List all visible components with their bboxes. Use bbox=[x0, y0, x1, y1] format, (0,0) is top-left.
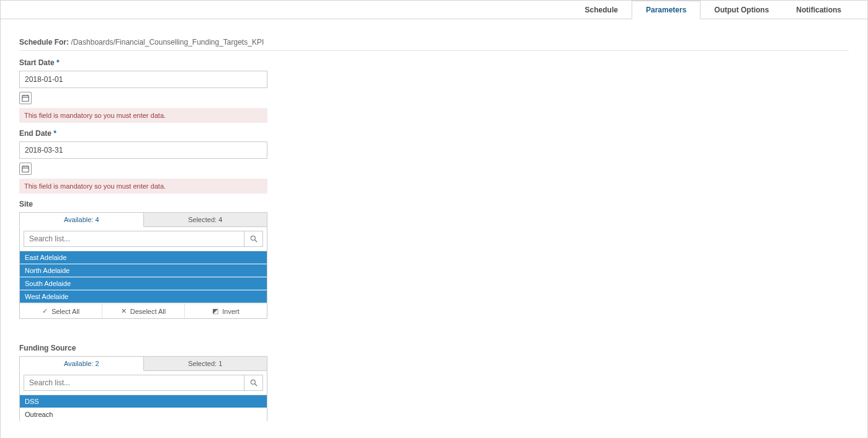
svg-point-10 bbox=[251, 380, 255, 384]
start-date-input[interactable] bbox=[19, 71, 267, 88]
required-mark: * bbox=[56, 58, 60, 67]
list-item[interactable]: East Adelaide bbox=[20, 251, 267, 264]
list-item[interactable]: DSS bbox=[20, 395, 267, 408]
calendar-icon[interactable] bbox=[19, 92, 32, 104]
required-mark: * bbox=[53, 129, 56, 138]
site-search-input[interactable] bbox=[24, 231, 244, 247]
list-item[interactable]: West Adelaide bbox=[20, 290, 267, 303]
list-item[interactable]: South Adelaide bbox=[20, 277, 267, 290]
tab-output-options[interactable]: Output Options bbox=[700, 1, 782, 19]
search-icon[interactable] bbox=[244, 231, 263, 247]
select-all-button[interactable]: ✓ Select All bbox=[20, 304, 102, 318]
site-label: Site bbox=[19, 200, 267, 208]
calendar-icon[interactable] bbox=[19, 163, 32, 175]
funding-source-label: Funding Source bbox=[19, 344, 267, 352]
check-icon: ✓ bbox=[42, 307, 48, 315]
site-list: East Adelaide North Adelaide South Adela… bbox=[20, 251, 267, 303]
top-tabs: Schedule Parameters Output Options Notif… bbox=[1, 1, 867, 19]
search-icon[interactable] bbox=[244, 375, 263, 391]
tab-notifications[interactable]: Notifications bbox=[782, 1, 855, 19]
invert-icon: ◩ bbox=[212, 307, 218, 315]
funding-search-input[interactable] bbox=[24, 375, 244, 391]
funding-source-picker: Available: 2 Selected: 1 DSS Outreach bbox=[19, 356, 267, 421]
svg-rect-4 bbox=[22, 166, 29, 172]
list-item[interactable]: Outreach bbox=[20, 408, 267, 421]
site-selected-tab[interactable]: Selected: 4 bbox=[144, 212, 268, 227]
deselect-all-button[interactable]: ✕ Deselect All bbox=[102, 304, 185, 318]
svg-line-9 bbox=[254, 240, 257, 243]
funding-list: DSS Outreach bbox=[20, 395, 267, 421]
svg-rect-0 bbox=[22, 96, 29, 101]
schedule-for-path: /Dashboards/Financial_Counselling_Fundin… bbox=[71, 38, 264, 47]
funding-available-tab[interactable]: Available: 2 bbox=[19, 356, 144, 371]
funding-selected-tab[interactable]: Selected: 1 bbox=[144, 356, 268, 371]
site-available-tab[interactable]: Available: 4 bbox=[19, 212, 144, 227]
end-date-mandatory-msg: This field is mandatory so you must ente… bbox=[19, 179, 267, 194]
invert-button[interactable]: ◩ Invert bbox=[185, 304, 267, 318]
svg-line-11 bbox=[254, 384, 257, 387]
site-picker: Available: 4 Selected: 4 East Adelaide N… bbox=[19, 212, 267, 319]
start-date-mandatory-msg: This field is mandatory so you must ente… bbox=[19, 108, 267, 123]
schedule-for-label: Schedule For: bbox=[19, 38, 69, 47]
tab-schedule[interactable]: Schedule bbox=[571, 1, 632, 19]
svg-point-8 bbox=[251, 236, 255, 240]
end-date-label: End Date * bbox=[19, 129, 267, 138]
schedule-for-row: Schedule For: /Dashboards/Financial_Coun… bbox=[19, 38, 849, 51]
close-icon: ✕ bbox=[121, 307, 127, 315]
list-item[interactable]: North Adelaide bbox=[20, 264, 267, 277]
tab-parameters[interactable]: Parameters bbox=[632, 1, 700, 19]
start-date-label: Start Date * bbox=[19, 58, 267, 67]
end-date-input[interactable] bbox=[19, 141, 267, 159]
